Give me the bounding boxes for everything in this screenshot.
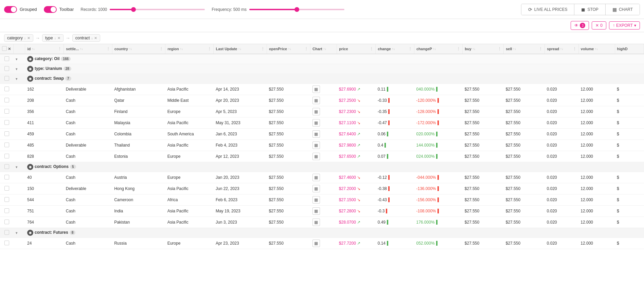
grouped-toggle[interactable] xyxy=(4,6,17,13)
chart-mini-icon[interactable]: ▦ xyxy=(312,218,320,226)
row-checkbox[interactable] xyxy=(4,220,9,224)
header-settle-more[interactable]: ⋮ xyxy=(106,47,110,51)
row-checkbox[interactable] xyxy=(4,109,9,114)
header-openprice-more[interactable]: ⋮ xyxy=(304,47,308,51)
chart-button[interactable]: ▦ CHART xyxy=(606,4,640,15)
filter-tag-category-remove[interactable]: ✕ xyxy=(27,36,30,40)
header-lastupdate[interactable]: Last Update ↑↓ ⋮ xyxy=(214,44,267,54)
header-lastupdate-sort[interactable]: ↑↓ xyxy=(238,47,241,51)
filter-tag-type-remove[interactable]: ✕ xyxy=(57,36,60,40)
header-sell-label: sell xyxy=(506,47,512,51)
chart-mini-icon[interactable]: ▦ xyxy=(312,97,320,104)
header-collapse-icon[interactable]: ✕ xyxy=(8,47,11,51)
header-country-more[interactable]: ⋮ xyxy=(159,47,163,51)
chart-mini-icon[interactable]: ▦ xyxy=(312,108,320,115)
row-checkbox[interactable] xyxy=(4,230,9,235)
header-region[interactable]: region ↑↓ ⋮ xyxy=(165,44,214,54)
row-checkbox[interactable] xyxy=(4,154,9,158)
toolbar-toggle[interactable] xyxy=(44,6,57,13)
header-buy[interactable]: buy ↑↓ ⋮ xyxy=(463,44,504,54)
header-spread-more[interactable]: ⋮ xyxy=(573,47,576,51)
chart-mini-icon[interactable]: ▦ xyxy=(312,119,320,127)
header-change-more[interactable]: ⋮ xyxy=(408,47,412,51)
header-highd[interactable]: highD xyxy=(615,44,644,54)
header-change[interactable]: change ↑↓ ⋮ xyxy=(376,44,414,54)
header-sell-sort[interactable]: ↑↓ xyxy=(513,47,516,51)
header-price-more[interactable]: ⋮ xyxy=(370,47,373,51)
header-spread[interactable]: spread ↑↓ ⋮ xyxy=(545,44,579,54)
header-id-more[interactable]: ⋮ xyxy=(58,47,61,51)
export-button[interactable]: ↑ EXPORT ▾ xyxy=(609,21,640,30)
filter-tag-type-text: type xyxy=(45,36,53,40)
filter-tag-contract-remove[interactable]: ✕ xyxy=(94,36,97,40)
row-checkbox[interactable] xyxy=(4,175,9,179)
header-chart-sort[interactable]: ↑↓ xyxy=(323,47,326,51)
header-volume[interactable]: volume ↑↓ xyxy=(578,44,615,54)
price-value: $28.0700 xyxy=(339,220,356,225)
chart-mini-icon[interactable]: ▦ xyxy=(312,153,320,160)
header-changep-more[interactable]: ⋮ xyxy=(457,47,460,51)
header-changep-sort[interactable]: ↑↓ xyxy=(433,47,436,51)
expand-arrow-icon[interactable]: ▾ xyxy=(16,77,17,81)
header-price[interactable]: price ⋮ xyxy=(337,44,376,54)
row-checkbox-cell xyxy=(0,84,14,95)
header-settle-sort[interactable]: ↑↓ xyxy=(80,47,83,51)
row-checkbox[interactable] xyxy=(4,164,9,169)
chart-mini-icon[interactable]: ▦ xyxy=(312,86,320,93)
row-checkbox[interactable] xyxy=(4,197,9,202)
live-all-prices-button[interactable]: ⟳ LIVE ALL PRICES xyxy=(521,4,575,15)
expand-cell xyxy=(14,129,25,140)
row-checkbox[interactable] xyxy=(4,208,9,213)
row-checkbox[interactable] xyxy=(4,131,9,136)
header-country[interactable]: country ↑↓ ⋮ xyxy=(112,44,165,54)
expand-arrow-icon[interactable]: ▾ xyxy=(16,231,17,235)
row-checkbox[interactable] xyxy=(4,142,9,147)
expand-arrow-icon[interactable]: ▾ xyxy=(16,57,17,61)
expand-arrow-icon[interactable]: ▾ xyxy=(16,67,17,71)
header-id-sort[interactable]: ↑↓ xyxy=(32,47,35,51)
row-checkbox[interactable] xyxy=(4,66,9,71)
header-buy-more[interactable]: ⋮ xyxy=(498,47,501,51)
header-id[interactable]: id ↑↓ ⋮ xyxy=(25,44,64,54)
cell-change: -0.3 xyxy=(376,206,414,217)
header-sell[interactable]: sell ↑↓ ⋮ xyxy=(504,44,545,54)
chart-mini-icon[interactable]: ▦ xyxy=(312,174,320,181)
row-checkbox[interactable] xyxy=(4,120,9,125)
row-checkbox[interactable] xyxy=(4,76,9,81)
header-change-sort[interactable]: ↑↓ xyxy=(392,47,395,51)
frequency-thumb[interactable] xyxy=(294,7,299,12)
header-changep[interactable]: changeP ↑↓ ⋮ xyxy=(414,44,463,54)
header-region-more[interactable]: ⋮ xyxy=(208,47,211,51)
stop-button[interactable]: ◼ STOP xyxy=(574,4,605,15)
header-country-sort[interactable]: ↑↓ xyxy=(129,47,132,51)
header-select-all[interactable]: ✕ xyxy=(0,44,14,54)
header-buy-sort[interactable]: ↑↓ xyxy=(472,47,476,51)
select-all-checkbox[interactable] xyxy=(2,46,7,52)
records-thumb[interactable] xyxy=(131,7,136,12)
chart-mini-icon[interactable]: ▦ xyxy=(312,207,320,215)
row-checkbox[interactable] xyxy=(4,56,9,61)
header-openprice-sort[interactable]: ↑↓ xyxy=(288,47,291,51)
row-checkbox[interactable] xyxy=(4,98,9,102)
cross-filter-button[interactable]: ✕ 0 xyxy=(592,21,606,30)
chart-mini-icon[interactable]: ▦ xyxy=(312,185,320,192)
header-settle[interactable]: settle... ↑↓ ⋮ xyxy=(64,44,112,54)
expand-arrow-icon[interactable]: ▾ xyxy=(16,165,17,169)
header-sell-more[interactable]: ⋮ xyxy=(539,47,542,51)
header-lastupdate-more[interactable]: ⋮ xyxy=(261,47,265,51)
chart-mini-icon[interactable]: ▦ xyxy=(312,141,320,149)
header-openprice[interactable]: openPrice ↑↓ ⋮ xyxy=(267,44,310,54)
header-spread-sort[interactable]: ↑↓ xyxy=(560,47,563,51)
header-chart[interactable]: Chart ↑↓ xyxy=(310,44,337,54)
header-volume-sort[interactable]: ↑↓ xyxy=(595,47,598,51)
row-checkbox[interactable] xyxy=(4,241,9,245)
changep-value: -156.000% xyxy=(416,197,436,202)
chart-mini-icon[interactable]: ▦ xyxy=(312,130,320,138)
table-row: 150DeliverableHong KongAsia PacificJun 2… xyxy=(0,183,644,194)
chart-mini-icon[interactable]: ▦ xyxy=(312,196,320,204)
row-checkbox[interactable] xyxy=(4,186,9,191)
row-checkbox[interactable] xyxy=(4,87,9,91)
filter-count-button[interactable]: 👁 3 xyxy=(571,21,589,30)
chart-mini-icon[interactable]: ▦ xyxy=(312,240,320,247)
header-region-sort[interactable]: ↑↓ xyxy=(180,47,183,51)
